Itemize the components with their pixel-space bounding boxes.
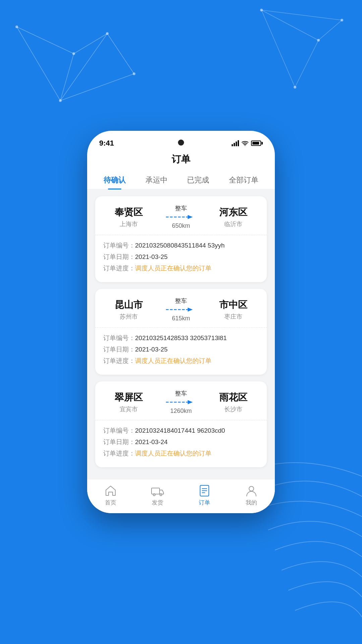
bottom-nav: 首页 发货 bbox=[87, 479, 275, 513]
user-icon bbox=[245, 484, 258, 497]
to-city-2: 市中区 枣庄市 bbox=[217, 299, 250, 321]
order-no-row-2: 订单编号： 202103251428533 32053713l81 bbox=[103, 334, 259, 342]
svg-point-18 bbox=[317, 39, 320, 42]
page-title: 订单 bbox=[172, 154, 190, 164]
svg-line-4 bbox=[60, 34, 107, 101]
truck-icon bbox=[151, 484, 164, 497]
battery-icon bbox=[251, 141, 263, 146]
route-middle-3: 整车 1260km bbox=[166, 389, 196, 415]
order-date-row-1: 订单日期： 2021-03-25 bbox=[103, 253, 259, 261]
svg-point-10 bbox=[106, 32, 109, 35]
svg-line-15 bbox=[295, 40, 318, 87]
svg-point-20 bbox=[294, 86, 296, 89]
tab-completed[interactable]: 已完成 bbox=[182, 171, 215, 189]
svg-line-0 bbox=[17, 27, 74, 54]
order-card-3[interactable]: 翠屏区 宜宾市 整车 1260km 雨花区 长沙市 bbox=[95, 381, 267, 467]
svg-point-11 bbox=[133, 72, 135, 75]
svg-marker-27 bbox=[188, 400, 193, 404]
order-no-row-3: 订单编号： 20210324184017441 96203cd0 bbox=[103, 426, 259, 435]
from-city-1: 奉贤区 上海市 bbox=[112, 206, 145, 228]
route-arrow-1 bbox=[166, 214, 196, 220]
route-middle-1: 整车 650km bbox=[166, 204, 196, 229]
svg-line-1 bbox=[60, 54, 74, 101]
tab-inprogress[interactable]: 承运中 bbox=[140, 171, 173, 189]
order-details-2: 订单编号： 202103251428533 32053713l81 订单日期： … bbox=[95, 328, 267, 375]
svg-line-13 bbox=[318, 20, 342, 40]
order-route-3: 翠屏区 宜宾市 整车 1260km 雨花区 长沙市 bbox=[95, 381, 267, 420]
order-details-1: 订单编号： 20210325080843511844 53yyh 订单日期： 2… bbox=[95, 235, 267, 282]
order-progress-row-3: 订单进度： 调度人员正在确认您的订单 bbox=[103, 449, 259, 458]
order-icon bbox=[198, 484, 211, 497]
route-middle-2: 整车 615km bbox=[166, 297, 196, 322]
route-arrow-3 bbox=[166, 399, 196, 406]
nav-mine[interactable]: 我的 bbox=[245, 484, 258, 506]
status-icons bbox=[232, 140, 263, 146]
svg-line-2 bbox=[17, 27, 60, 101]
order-list: 奉贤区 上海市 整车 650km 河东区 临沂市 bbox=[87, 190, 275, 479]
nav-ship[interactable]: 发货 bbox=[151, 484, 164, 506]
svg-point-21 bbox=[245, 145, 246, 146]
order-progress-row-1: 订单进度： 调度人员正在确认您的订单 bbox=[103, 264, 259, 273]
page-header: 订单 bbox=[87, 150, 275, 171]
order-route-2: 昆山市 苏州市 整车 615km 市中区 枣庄市 bbox=[95, 289, 267, 328]
svg-point-7 bbox=[15, 25, 18, 28]
svg-marker-23 bbox=[188, 215, 193, 219]
tab-all[interactable]: 全部订单 bbox=[224, 171, 264, 189]
nav-home[interactable]: 首页 bbox=[104, 484, 117, 506]
svg-point-19 bbox=[341, 19, 343, 21]
order-no-row-1: 订单编号： 20210325080843511844 53yyh bbox=[103, 241, 259, 250]
camera-dot bbox=[178, 140, 184, 146]
phone-frame: 9:41 bbox=[87, 131, 275, 513]
wifi-icon bbox=[242, 141, 248, 146]
home-icon bbox=[104, 484, 117, 497]
svg-point-29 bbox=[153, 494, 155, 496]
tab-bar: 待确认 承运中 已完成 全部订单 bbox=[87, 171, 275, 190]
order-route-1: 奉贤区 上海市 整车 650km 河东区 临沂市 bbox=[95, 196, 267, 235]
to-city-1: 河东区 临沂市 bbox=[217, 206, 250, 228]
signal-icon bbox=[232, 140, 239, 146]
order-card-1[interactable]: 奉贤区 上海市 整车 650km 河东区 临沂市 bbox=[95, 196, 267, 282]
order-details-3: 订单编号： 20210324184017441 96203cd0 订单日期： 2… bbox=[95, 420, 267, 467]
svg-line-6 bbox=[60, 74, 134, 101]
svg-point-17 bbox=[260, 9, 263, 11]
order-progress-row-2: 订单进度： 调度人员正在确认您的订单 bbox=[103, 357, 259, 365]
order-date-row-2: 订单日期： 2021-03-25 bbox=[103, 345, 259, 354]
nav-order[interactable]: 订单 bbox=[198, 484, 211, 506]
order-date-row-3: 订单日期： 2021-03-24 bbox=[103, 438, 259, 446]
svg-point-9 bbox=[59, 99, 62, 102]
svg-rect-28 bbox=[152, 488, 160, 494]
from-city-3: 翠屏区 宜宾市 bbox=[112, 391, 145, 413]
route-arrow-2 bbox=[166, 306, 196, 313]
svg-point-35 bbox=[249, 486, 254, 491]
svg-line-12 bbox=[261, 10, 318, 40]
svg-line-16 bbox=[261, 10, 295, 87]
status-time: 9:41 bbox=[99, 139, 114, 148]
tab-pending[interactable]: 待确认 bbox=[98, 171, 131, 189]
order-card-2[interactable]: 昆山市 苏州市 整车 615km 市中区 枣庄市 bbox=[95, 289, 267, 375]
svg-line-14 bbox=[261, 10, 342, 20]
svg-line-3 bbox=[74, 34, 107, 54]
to-city-3: 雨花区 长沙市 bbox=[217, 391, 250, 413]
svg-point-8 bbox=[72, 52, 75, 55]
svg-line-5 bbox=[107, 34, 134, 74]
from-city-2: 昆山市 苏州市 bbox=[112, 299, 145, 321]
svg-marker-25 bbox=[188, 308, 193, 312]
svg-point-30 bbox=[160, 494, 162, 496]
